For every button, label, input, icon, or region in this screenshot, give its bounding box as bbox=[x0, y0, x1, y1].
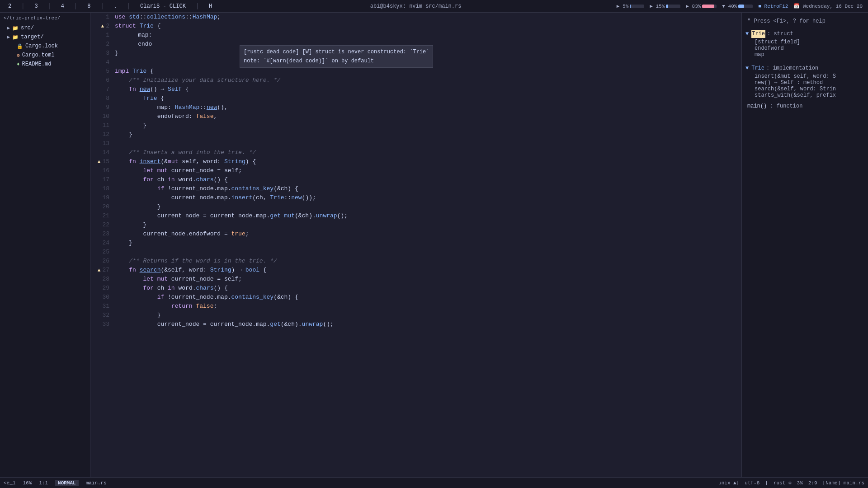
line-29: ▲27 bbox=[90, 266, 109, 275]
percent-label: 3% bbox=[797, 480, 803, 486]
line-15: 13 bbox=[90, 139, 109, 148]
line-16: 14 bbox=[90, 148, 109, 157]
folder-icon: 📁 bbox=[12, 25, 19, 31]
line-9: 7 bbox=[90, 85, 109, 94]
code-line-26: /** Returns if the word is in the trie. … bbox=[115, 257, 741, 266]
tab-h[interactable]: H bbox=[206, 2, 215, 10]
lock-icon: 🔒 bbox=[17, 43, 23, 49]
line-19: 17 bbox=[90, 175, 109, 184]
sidebar-item-target[interactable]: ▶ 📁 target/ bbox=[0, 33, 90, 42]
rp-trie-struct-header: ▼ Trie : struct bbox=[742, 29, 868, 39]
sidebar-root-label: </trie-prefix-tree/ bbox=[0, 13, 90, 23]
line-27: 25 bbox=[90, 248, 109, 257]
tab-music[interactable]: ♩ bbox=[111, 2, 120, 10]
file-icon: ♦ bbox=[17, 61, 20, 67]
tab-4[interactable]: 8 bbox=[85, 2, 93, 10]
main-layout: </trie-prefix-tree/ ▶ 📁 src/ ▶ 📁 target/… bbox=[0, 13, 868, 477]
line-20: 18 bbox=[90, 184, 109, 193]
tab-2[interactable]: 3 bbox=[32, 2, 40, 10]
code-line-33: current_node = current_node.map.get(&ch)… bbox=[115, 320, 741, 329]
cursor-label: 1:1 bbox=[39, 480, 48, 486]
unix-label: unix ▲| bbox=[718, 480, 739, 486]
chevron-right-icon: ▶ bbox=[7, 25, 10, 31]
code-line-22: } bbox=[115, 221, 741, 230]
line-4: 2 bbox=[90, 40, 109, 49]
code-line-6: /** Initialize your data structure here.… bbox=[115, 76, 741, 85]
titlebar-left: 2 │ 3 │ 4 │ 8 │ ♩ │ ClariS - CLICK │ H bbox=[5, 2, 215, 10]
warn-icon: ▲ bbox=[98, 157, 101, 166]
code-content[interactable]: [rustc dead_code] [W] struct is never co… bbox=[113, 13, 741, 477]
code-line-25 bbox=[115, 248, 741, 257]
line-26: 24 bbox=[90, 239, 109, 248]
code-line-8: Trie { bbox=[115, 94, 741, 103]
code-line-27: fn search(&self, word: String) → bool { bbox=[115, 266, 741, 275]
rp-map: map bbox=[742, 52, 868, 58]
mode-badge: NORMAL bbox=[55, 480, 79, 486]
line-21: 19 bbox=[90, 193, 109, 202]
code-line-20: } bbox=[115, 202, 741, 211]
code-line-5: impl Trie { bbox=[115, 67, 741, 76]
code-line-30: if !current_node.map.contains_key(&ch) { bbox=[115, 293, 741, 302]
chevron-right-icon: ▶ bbox=[7, 34, 10, 40]
line-2: ▲2 bbox=[90, 22, 109, 31]
code-line-hover-3: } bbox=[115, 49, 741, 58]
code-line-9: map: HashMap::new(), bbox=[115, 103, 741, 112]
code-line-28: let mut current_node = self; bbox=[115, 275, 741, 284]
code-line-18: if !current_node.map.contains_key(&ch) { bbox=[115, 184, 741, 193]
rp-endofword: endofword bbox=[742, 45, 868, 52]
tab-1[interactable]: 2 bbox=[5, 2, 14, 10]
line-33: 31 bbox=[90, 302, 109, 311]
line-13: 11 bbox=[90, 121, 109, 130]
code-line-14: /** Inserts a word into the trie. */ bbox=[115, 148, 741, 157]
line-30: 28 bbox=[90, 275, 109, 284]
code-line-29: for ch in word.chars() { bbox=[115, 284, 741, 293]
folder-icon: 📁 bbox=[12, 34, 19, 40]
disk-stat: ▶ 83% bbox=[686, 3, 717, 9]
file-icon: ⚙ bbox=[17, 52, 20, 58]
rp-trie-impl-section: ▼ Trie : implementation insert(&mut self… bbox=[742, 62, 868, 99]
rp-starts-with-method: starts_with(&self, prefix bbox=[742, 92, 868, 99]
code-line-hover-2: endo bbox=[115, 40, 741, 49]
code-line-23: current_node.endofword = true; bbox=[115, 230, 741, 239]
net-stat: ▼ 40% bbox=[722, 4, 753, 9]
code-line-1: use std::collections::HashMap; bbox=[115, 13, 741, 22]
line-11: 9 bbox=[90, 103, 109, 112]
zoom-label: 16% bbox=[23, 480, 32, 486]
rp-struct-field: [struct field] bbox=[742, 39, 868, 45]
line-3: 1 bbox=[90, 31, 109, 40]
warn-icon: ▲ bbox=[98, 266, 101, 275]
lang-label: rust ⚙ bbox=[774, 480, 792, 486]
datetime-label: 📅 Wednesday, 16 Dec 20 bbox=[793, 3, 863, 9]
line-1: 1 bbox=[90, 13, 109, 22]
code-line-19: current_node.map.insert(ch, Trie::new())… bbox=[115, 193, 741, 202]
right-panel: " Press <F1>, ? for help ▼ Trie : struct… bbox=[741, 13, 868, 477]
titlebar-center: abi@b4skyx: nvim src/main.rs bbox=[370, 3, 462, 9]
position-label: 2:9 bbox=[808, 480, 817, 486]
triangle-down-icon: ▼ bbox=[745, 64, 749, 72]
code-line-11: } bbox=[115, 121, 741, 130]
tab-3[interactable]: 4 bbox=[58, 2, 67, 10]
code-line-10: endofword: false, bbox=[115, 112, 741, 121]
sidebar-item-cargo-toml[interactable]: ⚙ Cargo.toml bbox=[0, 51, 90, 60]
triangle-down-icon: ▼ bbox=[745, 30, 749, 38]
line-6: 4 bbox=[90, 58, 109, 67]
line-25: 23 bbox=[90, 230, 109, 239]
line-8: 6 bbox=[90, 76, 109, 85]
sidebar-item-src[interactable]: ▶ 📁 src/ bbox=[0, 23, 90, 33]
line-14: 12 bbox=[90, 130, 109, 139]
editor-area: 1 ▲2 1 2 3 4 5 6 7 8 9 10 11 12 13 14 ▲1… bbox=[90, 13, 741, 477]
mem-stat: ▶ 15% bbox=[650, 3, 680, 9]
tab-claris[interactable]: ClariS - CLICK bbox=[137, 2, 189, 10]
rp-trie-label: Trie bbox=[751, 30, 765, 38]
code-line-15: fn insert(&mut self, word: String) { bbox=[115, 157, 741, 166]
rp-main-fn: main() : function bbox=[742, 99, 868, 110]
line-32: 30 bbox=[90, 293, 109, 302]
e1-label: <e_1 bbox=[4, 480, 15, 486]
code-line-24: } bbox=[115, 239, 741, 248]
statusbar-filename: main.rs bbox=[86, 480, 107, 486]
line-numbers: 1 ▲2 1 2 3 4 5 6 7 8 9 10 11 12 13 14 ▲1… bbox=[90, 13, 113, 477]
line-22: 20 bbox=[90, 202, 109, 211]
code-line-17: for ch in word.chars() { bbox=[115, 175, 741, 184]
sidebar-item-readme[interactable]: ♦ README.md bbox=[0, 60, 90, 69]
sidebar-item-cargo-lock[interactable]: 🔒 Cargo.lock bbox=[0, 42, 90, 51]
